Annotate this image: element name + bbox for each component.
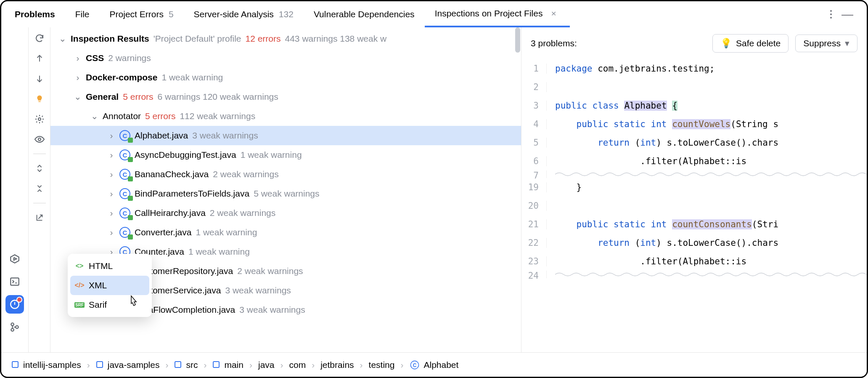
- svg-point-6: [11, 323, 13, 326]
- previous-icon[interactable]: [32, 51, 47, 66]
- html-icon: <>: [74, 262, 85, 270]
- tab-project-errors[interactable]: Project Errors5: [100, 1, 184, 27]
- export-icon[interactable]: [32, 210, 47, 225]
- separator: [33, 203, 46, 203]
- svg-rect-14: [175, 362, 181, 367]
- tree-file[interactable]: › C BindParametersToFields.java5 weak wa…: [50, 184, 521, 203]
- chevron-down-icon: ⌄: [59, 34, 66, 44]
- export-xml[interactable]: </> XML: [70, 276, 149, 295]
- chevron-right-icon: ›: [108, 150, 115, 160]
- intention-bulb-icon[interactable]: [32, 91, 47, 106]
- chevron-right-icon: ›: [74, 53, 82, 63]
- java-class-icon: C: [119, 188, 130, 199]
- svg-point-0: [830, 10, 832, 12]
- chevron-right-icon: ›: [108, 169, 115, 179]
- preview-icon[interactable]: [32, 132, 47, 147]
- module-icon: [11, 361, 20, 369]
- folder-icon: [174, 361, 183, 369]
- collapse-all-icon[interactable]: [32, 181, 47, 196]
- crumb[interactable]: intellij-samples: [23, 360, 81, 370]
- xml-icon: </>: [74, 282, 85, 289]
- chevron-down-icon: ⌄: [74, 92, 82, 102]
- pointer-cursor-icon: [127, 295, 139, 309]
- code-preview[interactable]: 1package com.jetbrains.testing; 2 3publi…: [521, 59, 867, 352]
- svg-rect-13: [97, 362, 103, 367]
- chevron-down-icon: ▾: [845, 38, 849, 48]
- folder-icon: [212, 361, 221, 369]
- scrollbar-thumb[interactable]: [515, 27, 520, 53]
- crumb[interactable]: testing: [369, 360, 395, 370]
- safe-delete-button[interactable]: 💡 Safe delete: [712, 34, 789, 53]
- chevron-right-icon: ›: [108, 208, 115, 218]
- crumb[interactable]: src: [186, 360, 198, 370]
- svg-rect-12: [12, 362, 18, 367]
- vcs-icon[interactable]: [5, 318, 24, 336]
- tree-file-alphabet[interactable]: › C Alphabet.java 3 weak warnings: [50, 126, 521, 145]
- tree-group-css[interactable]: › CSS 2 warnings: [50, 48, 521, 68]
- separator: [33, 154, 46, 154]
- crumb[interactable]: java: [258, 360, 275, 370]
- crumb[interactable]: com: [289, 360, 306, 370]
- tree-file[interactable]: › C BananaCheck.java2 weak warnings: [50, 165, 521, 184]
- tree-group-annotator[interactable]: ⌄ Annotator 5 errors 112 weak warnings: [50, 106, 521, 126]
- svg-point-7: [11, 328, 13, 331]
- java-class-icon: C: [119, 149, 130, 160]
- crumb[interactable]: jetbrains: [320, 360, 354, 370]
- tree-file[interactable]: › C AsyncDebuggingTest.java1 weak warnin…: [50, 145, 521, 165]
- tree-file[interactable]: › C CallHeirarchy.java2 weak warnings: [50, 203, 521, 223]
- svg-point-11: [38, 138, 41, 141]
- terminal-icon[interactable]: [5, 272, 24, 291]
- tab-file[interactable]: File: [65, 1, 100, 27]
- suppress-button[interactable]: Suppress ▾: [795, 35, 857, 52]
- crumb[interactable]: java-samples: [108, 360, 160, 370]
- svg-point-1: [830, 13, 832, 15]
- svg-rect-4: [11, 278, 19, 285]
- problem-count: 3 problems:: [531, 38, 577, 48]
- svg-point-2: [830, 17, 832, 19]
- expand-all-icon[interactable]: [32, 161, 47, 176]
- chevron-right-icon: ›: [108, 130, 115, 141]
- next-icon[interactable]: [32, 71, 47, 86]
- module-icon: [96, 361, 104, 369]
- tab-server-side-analysis[interactable]: Server-side Analysis132: [184, 1, 304, 27]
- svg-point-8: [16, 326, 18, 329]
- settings-icon[interactable]: [32, 112, 47, 127]
- problems-icon[interactable]: [5, 295, 24, 314]
- tree-root[interactable]: ⌄ Inspection Results 'Project Default' p…: [50, 29, 521, 48]
- crumb[interactable]: main: [224, 360, 243, 370]
- fold-divider-icon: [555, 272, 866, 277]
- java-class-icon: C: [410, 360, 419, 369]
- svg-point-10: [38, 118, 41, 120]
- tree-group-docker[interactable]: › Docker-compose 1 weak warning: [50, 68, 521, 87]
- bulb-icon: 💡: [720, 38, 732, 49]
- chevron-right-icon: ›: [108, 227, 115, 237]
- close-icon[interactable]: ×: [548, 8, 559, 19]
- sarif-icon: SRF: [74, 302, 85, 308]
- breadcrumb: intellij-samples› java-samples› src› mai…: [1, 352, 867, 377]
- svg-rect-15: [213, 362, 219, 367]
- minimize-icon[interactable]: —: [836, 8, 858, 21]
- tab-problems[interactable]: Problems: [5, 1, 65, 27]
- tab-inspections-on-project-files[interactable]: Inspections on Project Files×: [425, 1, 570, 27]
- crumb[interactable]: Alphabet: [423, 360, 458, 370]
- java-class-icon: C: [119, 208, 130, 218]
- fold-divider-icon: [555, 171, 866, 177]
- svg-rect-9: [38, 101, 41, 102]
- refresh-icon[interactable]: [32, 31, 47, 46]
- chevron-down-icon: ⌄: [91, 111, 98, 121]
- tab-vulnerable-dependencies[interactable]: Vulnerable Dependencies: [304, 1, 425, 27]
- tree-group-general[interactable]: ⌄ General 5 errors 6 warnings 120 weak w…: [50, 87, 521, 106]
- tree-file[interactable]: › C Converter.java1 weak warning: [50, 223, 521, 242]
- chevron-right-icon: ›: [108, 189, 115, 199]
- chevron-right-icon: ›: [74, 72, 82, 83]
- export-dropdown: <> HTML </> XML SRF Sarif: [68, 254, 152, 317]
- java-class-icon: C: [119, 169, 130, 180]
- export-html[interactable]: <> HTML: [70, 256, 149, 276]
- svg-marker-3: [11, 255, 19, 263]
- java-class-icon: C: [119, 130, 130, 141]
- services-icon[interactable]: [5, 250, 24, 268]
- java-class-icon: C: [119, 227, 130, 238]
- more-icon[interactable]: [823, 9, 836, 19]
